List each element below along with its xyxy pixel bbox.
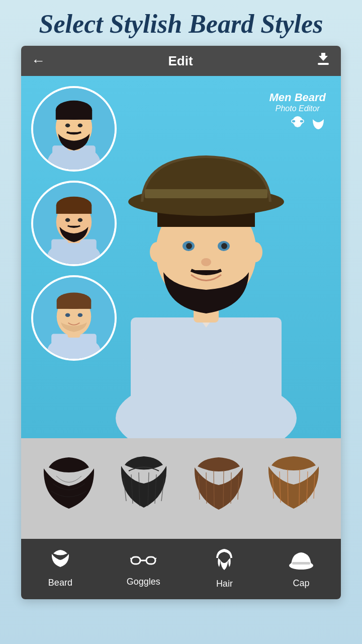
watermark-subtitle: Photo Editor [269,104,326,113]
beard-option-2[interactable] [111,451,176,526]
app-container: ← Edit Men Beard Photo Editor [21,46,341,599]
beard-nav-label: Beard [48,578,72,588]
svg-marker-1 [319,53,328,61]
svg-point-22 [65,218,70,222]
svg-rect-57 [292,562,310,565]
svg-rect-12 [56,110,92,120]
app-title: Select Stylish Beard Styles [39,10,323,38]
svg-point-47 [221,243,227,249]
svg-line-55 [155,558,156,559]
goggles-nav-label: Goggles [127,577,160,587]
nav-item-hair[interactable]: Hair [214,549,234,589]
beard-options-panel [21,438,341,539]
profile-circle-2[interactable] [31,181,117,266]
goggles-nav-icon [130,551,156,573]
svg-point-13 [65,124,70,128]
svg-rect-3 [292,120,296,123]
svg-point-46 [186,243,192,249]
beard-nav-icon [50,550,71,574]
watermark-face-icon [289,115,307,133]
download-button[interactable] [316,52,331,70]
profile-circles [31,86,117,361]
edit-area: Men Beard Photo Editor [21,76,341,438]
profile-circle-3[interactable] [31,275,117,361]
watermark: Men Beard Photo Editor [269,91,326,133]
watermark-title: Men Beard [269,91,326,104]
beard-option-1[interactable] [36,451,102,526]
main-person-svg [90,96,322,438]
nav-item-goggles[interactable]: Goggles [127,551,160,587]
watermark-icons [269,115,326,133]
nav-item-beard[interactable]: Beard [48,550,72,588]
svg-point-48 [201,258,211,266]
svg-point-31 [65,313,70,317]
bottom-nav: Beard Goggles [21,539,341,599]
svg-point-32 [78,313,83,317]
svg-rect-51 [131,557,140,564]
beard-option-3[interactable] [186,451,251,526]
svg-rect-50 [145,189,267,198]
svg-rect-21 [56,205,92,214]
beard-option-4[interactable] [261,451,326,526]
svg-rect-4 [300,120,304,123]
svg-point-14 [78,124,83,128]
hair-nav-icon [214,549,234,575]
hair-nav-label: Hair [216,579,233,589]
app-title-area: Select Stylish Beard Styles [0,0,362,46]
svg-point-43 [248,242,262,262]
cap-nav-label: Cap [293,578,310,589]
profile-circle-1[interactable] [31,86,117,172]
top-bar: ← Edit [21,46,341,76]
back-button[interactable]: ← [31,53,45,69]
svg-rect-30 [57,301,92,309]
svg-rect-0 [318,63,329,65]
svg-line-54 [130,558,131,559]
svg-point-42 [150,242,164,262]
cap-nav-icon [289,549,314,574]
svg-point-23 [78,218,83,222]
svg-rect-52 [146,557,155,564]
watermark-beard-icon [311,115,326,130]
top-bar-title: Edit [168,53,193,69]
nav-item-cap[interactable]: Cap [289,549,314,589]
